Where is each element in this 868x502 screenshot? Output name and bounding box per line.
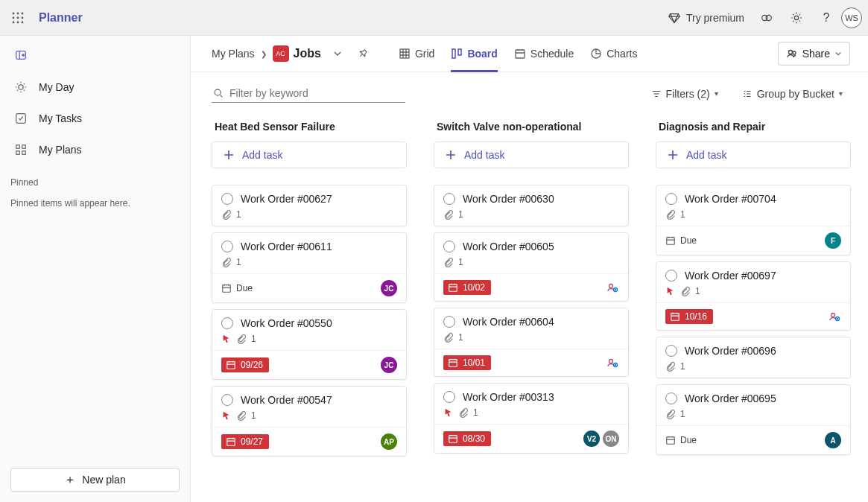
task-card[interactable]: Work Order #00313108/30V2ON — [434, 383, 629, 454]
app-launcher-icon[interactable] — [6, 0, 30, 36]
complete-task-radio[interactable] — [221, 193, 233, 205]
complete-task-radio[interactable] — [443, 316, 455, 328]
tab-board[interactable]: Board — [451, 36, 497, 72]
due-date-badge[interactable]: 09/27 — [221, 434, 269, 449]
breadcrumb-root[interactable]: My Plans — [212, 48, 255, 60]
complete-task-radio[interactable] — [443, 193, 455, 205]
assign-user-icon[interactable] — [828, 310, 841, 323]
due-date-badge[interactable]: 08/30 — [443, 431, 491, 446]
assignee-avatars[interactable] — [606, 356, 619, 369]
attachment-icon — [221, 209, 232, 220]
assignee-avatars[interactable]: V2ON — [583, 430, 619, 447]
attachment-icon — [221, 257, 232, 267]
assign-user-icon[interactable] — [606, 281, 619, 294]
complete-task-radio[interactable] — [443, 241, 455, 252]
task-card[interactable]: Work Order #006271 — [212, 185, 407, 226]
app-brand[interactable]: Planner — [39, 11, 83, 25]
tab-grid[interactable]: Grid — [399, 36, 434, 72]
task-card[interactable]: Work Order #00550109/26JC — [212, 309, 407, 380]
bucket-title[interactable]: Switch Valve non-operational — [434, 116, 629, 142]
task-title[interactable]: Work Order #00697 — [685, 270, 776, 282]
share-button[interactable]: Share — [778, 42, 850, 66]
task-title[interactable]: Work Order #00605 — [463, 241, 554, 252]
task-card[interactable]: Work Order #00547109/27AP — [212, 386, 407, 457]
svg-point-34 — [609, 360, 613, 363]
complete-task-radio[interactable] — [665, 270, 677, 282]
plan-menu-dropdown[interactable] — [329, 45, 346, 63]
plan-title[interactable]: Jobs — [294, 47, 321, 60]
tab-schedule[interactable]: Schedule — [514, 36, 574, 72]
group-by-dropdown[interactable]: Group by Bucket ▾ — [738, 85, 847, 103]
due-date-badge[interactable]: Due — [665, 435, 697, 445]
task-card[interactable]: Work Order #007041DueF — [656, 185, 851, 255]
copilot-button[interactable] — [752, 6, 782, 30]
complete-task-radio[interactable] — [665, 193, 677, 205]
task-card[interactable]: Work Order #00604110/01 — [434, 308, 629, 377]
task-card[interactable]: Work Order #006951DueA — [656, 384, 851, 455]
task-title[interactable]: Work Order #00704 — [685, 193, 776, 205]
assignee-avatars[interactable]: A — [825, 432, 841, 448]
assignee-avatars[interactable]: JC — [381, 357, 397, 373]
task-card[interactable]: Work Order #00697110/16 — [656, 261, 851, 331]
assignee-avatars[interactable] — [606, 281, 619, 294]
collapse-sidebar-button[interactable] — [10, 45, 31, 66]
tab-charts[interactable]: Charts — [590, 36, 637, 72]
assignee-avatar[interactable]: JC — [381, 357, 397, 373]
assignee-avatars[interactable]: JC — [381, 280, 397, 296]
add-task-button[interactable]: Add task — [434, 142, 629, 168]
assignee-avatars[interactable] — [828, 310, 841, 323]
complete-task-radio[interactable] — [665, 393, 677, 404]
task-title[interactable]: Work Order #00630 — [463, 193, 554, 205]
due-date-badge[interactable]: 10/02 — [443, 280, 491, 295]
try-premium-button[interactable]: Try premium — [659, 6, 752, 30]
bucket-title[interactable]: Diagnosis and Repair — [656, 116, 851, 142]
bucket-title[interactable]: Heat Bed Sensor Failure — [212, 116, 407, 142]
filters-dropdown[interactable]: Filters (2) ▾ — [647, 85, 723, 103]
complete-task-radio[interactable] — [665, 345, 677, 357]
due-date-badge[interactable]: 10/16 — [665, 309, 713, 324]
pin-plan-button[interactable] — [350, 41, 376, 66]
sidebar-item-my-plans[interactable]: My Plans — [0, 134, 190, 165]
chevron-down-icon: ▾ — [839, 89, 843, 98]
complete-task-radio[interactable] — [443, 391, 455, 403]
assignee-avatars[interactable]: AP — [381, 433, 397, 450]
assign-user-icon[interactable] — [606, 356, 619, 369]
task-card[interactable]: Work Order #00605110/02 — [434, 232, 629, 302]
complete-task-radio[interactable] — [221, 394, 233, 406]
task-title[interactable]: Work Order #00313 — [463, 391, 554, 403]
task-card[interactable]: Work Order #006301 — [434, 185, 629, 226]
task-title[interactable]: Work Order #00604 — [463, 316, 554, 328]
filter-keyword-input[interactable] — [229, 87, 404, 99]
task-title[interactable]: Work Order #00611 — [241, 241, 332, 252]
due-date-badge[interactable]: 09/26 — [221, 358, 269, 372]
due-date-badge[interactable]: Due — [665, 235, 697, 246]
filter-keyword-field[interactable] — [212, 84, 405, 103]
task-card[interactable]: Work Order #006111DueJC — [212, 232, 407, 303]
board-scroll[interactable]: Heat Bed Sensor FailureAdd taskWork Orde… — [191, 110, 868, 502]
sidebar-item-my-tasks[interactable]: My Tasks — [0, 103, 190, 134]
add-task-button[interactable]: Add task — [212, 142, 407, 168]
add-task-button[interactable]: Add task — [656, 142, 851, 168]
assignee-avatar[interactable]: AP — [381, 433, 397, 450]
due-date-badge[interactable]: 10/01 — [443, 355, 491, 370]
task-title[interactable]: Work Order #00695 — [685, 393, 776, 404]
task-card[interactable]: Work Order #006961 — [656, 337, 851, 378]
assignee-avatar[interactable]: JC — [381, 280, 397, 296]
task-title[interactable]: Work Order #00547 — [241, 394, 332, 406]
due-date-badge[interactable]: Due — [221, 283, 253, 293]
complete-task-radio[interactable] — [221, 241, 233, 252]
assignee-avatar[interactable]: A — [825, 432, 841, 448]
new-plan-button[interactable]: ＋ New plan — [10, 468, 180, 492]
sidebar-item-my-day[interactable]: My Day — [0, 72, 190, 103]
assignee-avatar[interactable]: ON — [603, 430, 619, 447]
account-avatar[interactable]: WS — [841, 7, 862, 28]
complete-task-radio[interactable] — [221, 317, 233, 329]
task-title[interactable]: Work Order #00627 — [241, 193, 332, 205]
settings-button[interactable] — [782, 6, 811, 30]
help-button[interactable]: ? — [811, 6, 841, 30]
task-title[interactable]: Work Order #00550 — [241, 317, 332, 329]
task-title[interactable]: Work Order #00696 — [685, 345, 776, 357]
assignee-avatars[interactable]: F — [825, 232, 841, 249]
assignee-avatar[interactable]: F — [825, 232, 841, 249]
assignee-avatar[interactable]: V2 — [583, 430, 600, 447]
